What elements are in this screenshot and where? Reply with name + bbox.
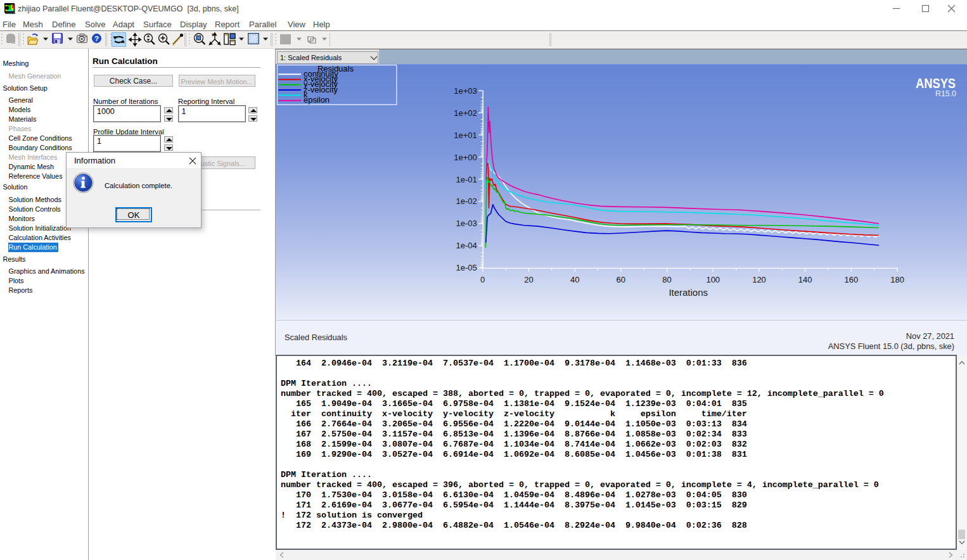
svg-text:?: ? xyxy=(94,35,99,42)
svg-text:1e+02: 1e+02 xyxy=(454,108,477,118)
svg-text:1e-05: 1e-05 xyxy=(456,263,477,272)
svg-text:epsilon: epsilon xyxy=(304,95,330,105)
svg-text:1e-04: 1e-04 xyxy=(456,241,477,250)
svg-text:1e+00: 1e+00 xyxy=(454,153,477,162)
svg-text:1e+01: 1e+01 xyxy=(454,130,477,140)
svg-text:180: 180 xyxy=(890,275,904,284)
svg-text:Iterations: Iterations xyxy=(669,287,708,298)
svg-text:60: 60 xyxy=(617,275,625,284)
svg-text:R15.0: R15.0 xyxy=(935,89,956,98)
svg-text:40: 40 xyxy=(570,275,579,284)
svg-text:z-velocity: z-velocity xyxy=(304,85,338,94)
svg-text:120: 120 xyxy=(752,275,766,284)
svg-text:20: 20 xyxy=(524,275,533,284)
svg-text:1e-03: 1e-03 xyxy=(456,219,477,228)
svg-text:100: 100 xyxy=(706,275,720,284)
svg-text:160: 160 xyxy=(845,275,859,284)
svg-text:1e+03: 1e+03 xyxy=(454,86,477,96)
svg-text:1e-01: 1e-01 xyxy=(456,175,477,184)
svg-text:140: 140 xyxy=(798,275,812,284)
svg-text:80: 80 xyxy=(662,275,671,284)
svg-text:0: 0 xyxy=(480,275,485,284)
svg-text:1e-02: 1e-02 xyxy=(456,196,477,206)
svg-text:y: y xyxy=(212,32,214,36)
